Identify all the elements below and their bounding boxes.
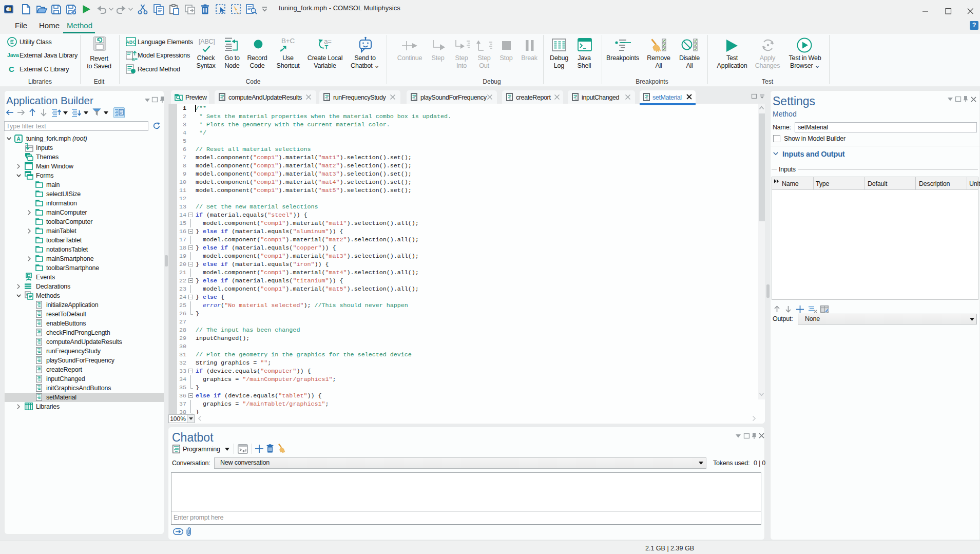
svg-text:A: A	[16, 136, 20, 142]
svg-text:T: T	[325, 44, 329, 50]
svg-text:ABC: ABC	[126, 40, 136, 45]
svg-text:a=: a=	[132, 56, 138, 62]
